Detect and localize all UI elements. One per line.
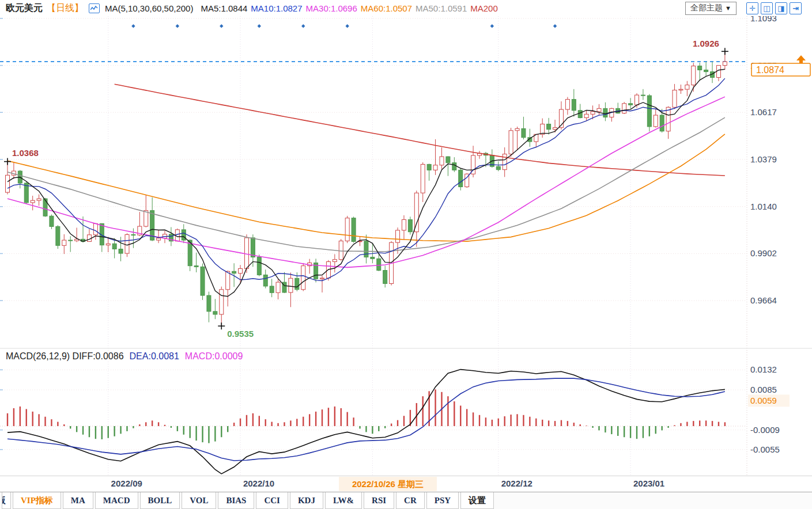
svg-text:1.0368: 1.0368 <box>12 148 39 158</box>
x-axis-label: 2022/09 <box>111 478 142 488</box>
symbol-title: 欧元美元 <box>6 2 43 14</box>
selected-date-label: 2022/10/26 星期三 <box>339 477 437 491</box>
svg-text:1.0140: 1.0140 <box>750 202 777 211</box>
svg-text:0.9535: 0.9535 <box>227 329 254 339</box>
indicator-tab-bar: 版 VIP指标MAMACDBOLLVOLBIASCCIKDJLW&RSICRPS… <box>0 492 812 509</box>
theme-select-button[interactable]: 全部主题 ▼ <box>685 2 737 15</box>
svg-text:1.0617: 1.0617 <box>750 107 777 117</box>
x-axis-label: 2022/12 <box>501 478 532 488</box>
svg-text:0.9902: 0.9902 <box>750 248 777 258</box>
chart-plot-area[interactable]: 1.10931.08551.06171.03791.01400.99020.96… <box>0 16 812 476</box>
svg-text:1.0874: 1.0874 <box>756 65 784 75</box>
tab-BOLL[interactable]: BOLL <box>140 492 180 509</box>
x-axis-date-row: 2022/10/26 星期三 2022/092022/102022/122023… <box>0 476 812 492</box>
ma-legend: MA5:1.0844MA10:1.0827MA30:1.0696MA60:1.0… <box>197 3 497 13</box>
trading-app: 欧元美元 【日线】 MA(5,10,30,60,50,200) MA5:1.08… <box>0 0 812 509</box>
svg-text:0.0132: 0.0132 <box>750 364 777 374</box>
svg-text:1.0379: 1.0379 <box>750 154 777 164</box>
macd-dea-value: DEA:0.0081 <box>130 351 179 362</box>
pane-right-axis-icon[interactable]: ◨ <box>775 2 787 14</box>
chart-header: 欧元美元 【日线】 MA(5,10,30,60,50,200) MA5:1.08… <box>0 0 812 16</box>
svg-text:-0.0009: -0.0009 <box>750 425 780 435</box>
theme-select-label: 全部主题 <box>690 3 723 13</box>
tab-VOL[interactable]: VOL <box>182 492 216 509</box>
pane-export-icon[interactable]: ⇥ <box>790 2 802 14</box>
ma-legend-item: MA10:1.0827 <box>251 3 302 13</box>
pane-left-axis-icon[interactable]: ◫ <box>761 2 773 14</box>
tab-RSI[interactable]: RSI <box>364 492 394 509</box>
ma-group-label: MA(5,10,30,60,50,200) <box>105 3 193 13</box>
kline-chart-icon <box>89 3 100 13</box>
tab-CCI[interactable]: CCI <box>256 492 288 509</box>
svg-text:1.1093: 1.1093 <box>750 16 777 23</box>
tab-MA[interactable]: MA <box>63 492 93 509</box>
ma-legend-item: MA60:1.0507 <box>361 3 412 13</box>
svg-text:-0.0055: -0.0055 <box>750 445 780 454</box>
tab-LW&[interactable]: LW& <box>325 492 362 509</box>
ma-legend-item: MA5:1.0844 <box>201 3 247 13</box>
svg-text:0.0085: 0.0085 <box>750 385 777 394</box>
tab-设置[interactable]: 设置 <box>460 492 494 509</box>
x-axis-label: 2022/10 <box>243 478 274 488</box>
tab-KDJ[interactable]: KDJ <box>290 492 323 509</box>
macd-header: MACD(26,12,9) DIFF:0.0086 DEA:0.0081 MAC… <box>6 351 243 362</box>
tab-BIAS[interactable]: BIAS <box>218 492 254 509</box>
tab-partial[interactable]: 版 <box>2 492 11 509</box>
tab-MACD[interactable]: MACD <box>95 492 138 509</box>
period-tag: 【日线】 <box>47 2 84 14</box>
x-axis-label: 2023/01 <box>633 478 664 488</box>
ma-legend-item: MA200 <box>470 3 498 13</box>
svg-text:1.0926: 1.0926 <box>693 39 719 48</box>
chevron-down-icon: ▼ <box>725 5 731 12</box>
tab-PSY[interactable]: PSY <box>426 492 459 509</box>
svg-text:0.9664: 0.9664 <box>750 295 777 305</box>
tab-VIP指标[interactable]: VIP指标 <box>13 492 61 509</box>
svg-text:0.0059: 0.0059 <box>750 396 777 405</box>
chart-canvas: 1.10931.08551.06171.03791.01400.99020.96… <box>0 16 812 476</box>
crosshair-move-icon[interactable]: ✛ <box>746 2 758 14</box>
ma-legend-item: MA30:1.0696 <box>306 3 357 13</box>
tab-CR[interactable]: CR <box>396 492 425 509</box>
ma-legend-item: MA50:1.0591 <box>416 3 467 13</box>
header-toolbar: ✛◫◨⇥ <box>746 2 804 14</box>
macd-macd-value: MACD:0.0009 <box>185 351 243 362</box>
macd-title-and-diff: MACD(26,12,9) DIFF:0.0086 <box>6 351 124 362</box>
